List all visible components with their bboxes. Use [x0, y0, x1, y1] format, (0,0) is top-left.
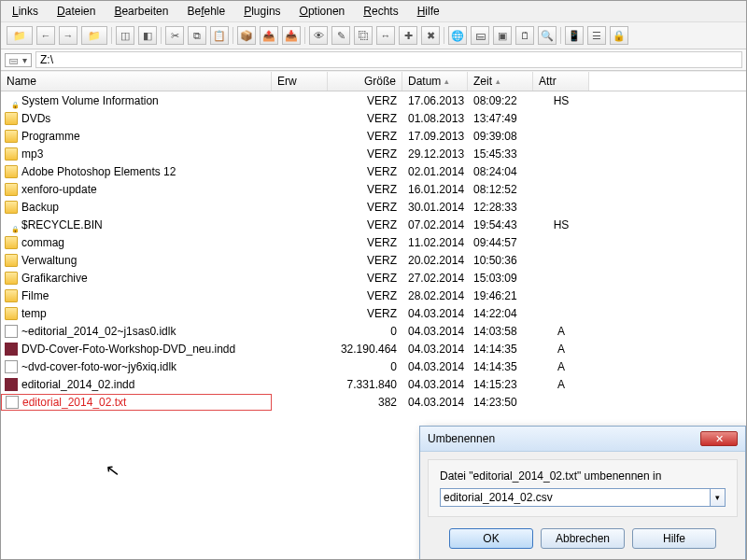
menu-bearbeiten[interactable]: Bearbeiten	[106, 3, 176, 20]
folder-icon	[5, 147, 18, 161]
toolbar-back-icon[interactable]: ←	[36, 26, 55, 45]
ok-button[interactable]: OK	[449, 528, 533, 549]
toolbar-copyfiles-icon[interactable]: ⿻	[354, 26, 373, 45]
folder-icon	[5, 218, 18, 231]
toolbar-search-icon[interactable]: 🔍	[538, 26, 557, 45]
file-ext	[272, 171, 328, 173]
file-name: $RECYCLE.BIN	[21, 218, 103, 231]
file-time: 15:03:09	[468, 271, 533, 286]
toolbar-tree-icon[interactable]: ☰	[587, 26, 606, 45]
file-row[interactable]: ProgrammeVERZ17.09.201309:39:08	[1, 127, 746, 145]
toolbar-phone-icon[interactable]: 📱	[565, 26, 584, 45]
menu-dateien[interactable]: Dateien	[49, 3, 103, 20]
menu-plugins[interactable]: Plugins	[236, 3, 288, 20]
file-row[interactable]: Adobe Photoshop Elements 12VERZ02.01.201…	[1, 162, 746, 180]
toolbar-copy-icon[interactable]: ⧉	[188, 26, 206, 45]
rename-input[interactable]	[440, 488, 711, 507]
file-time: 10:50:36	[468, 253, 533, 268]
toolbar-cmd-icon[interactable]: ▣	[493, 26, 512, 45]
path-label[interactable]: Z:\	[35, 51, 742, 68]
toolbar-ftp-icon[interactable]: 🌐	[448, 26, 467, 45]
file-row[interactable]: ~dvd-cover-foto-wor~jy6xiq.idlk004.03.20…	[1, 357, 746, 375]
file-name: temp	[21, 307, 47, 320]
header-date-label: Datum	[408, 75, 441, 88]
file-date: 29.12.2013	[402, 147, 468, 161]
header-time[interactable]: Zeit▴	[468, 72, 533, 91]
help-button[interactable]: Hilfe	[632, 528, 716, 549]
toolbar-fwd-icon[interactable]: →	[59, 26, 78, 45]
toolbar-zip-icon[interactable]: 📦	[237, 26, 256, 45]
toolbar-paste-icon[interactable]: 📋	[210, 26, 229, 45]
file-row[interactable]: tempVERZ04.03.201414:22:04	[1, 304, 746, 322]
file-row[interactable]: xenforo-updateVERZ16.01.201408:12:52	[1, 180, 746, 198]
dialog-titlebar[interactable]: Umbenennen ✕	[420, 427, 745, 452]
menu-befehle[interactable]: Befehle	[179, 3, 233, 20]
toolbar-edit-icon[interactable]: ✎	[331, 26, 350, 45]
file-row[interactable]: FilmeVERZ28.02.201419:46:21	[1, 287, 746, 304]
menu-hilfe[interactable]: Hilfe	[410, 3, 447, 20]
file-attr	[533, 206, 589, 208]
dialog-body: Datei "editorial_2014_02.txt" umbenennen…	[428, 459, 738, 517]
header-ext[interactable]: Erw	[272, 72, 328, 91]
toolbar-newdir-icon[interactable]: ✚	[399, 26, 417, 45]
header-date[interactable]: Datum▴	[402, 72, 468, 91]
chevron-down-icon[interactable]: ▾	[711, 488, 726, 507]
header-name[interactable]: Name	[1, 72, 272, 91]
toolbar-arch-icon[interactable]: 📥	[282, 26, 301, 45]
file-row[interactable]: BackupVERZ30.01.201412:28:33	[1, 198, 746, 216]
file-attr: A	[533, 359, 589, 374]
file-time: 08:12:52	[468, 182, 533, 197]
menu-links[interactable]: Links	[5, 3, 46, 20]
file-row[interactable]: editorial_2014_02.txt38204.03.201414:23:…	[1, 393, 746, 411]
file-row[interactable]: editorial_2014_02.indd7.331.84004.03.201…	[1, 375, 746, 393]
toolbar-open-dropdown-icon[interactable]: 📁	[7, 26, 33, 45]
file-row[interactable]: mp3VERZ29.12.201315:45:33	[1, 145, 746, 162]
toolbar-view-icon[interactable]: 👁	[309, 26, 328, 45]
cancel-button[interactable]: Abbrechen	[541, 528, 625, 549]
file-row[interactable]: commagVERZ11.02.201409:44:57	[1, 233, 746, 251]
file-attr	[533, 135, 589, 137]
file-attr	[533, 313, 589, 315]
file-date: 17.09.2013	[402, 129, 468, 144]
menu-optionen[interactable]: Optionen	[292, 3, 353, 20]
txt-file-icon	[5, 360, 18, 373]
toolbar-updir-icon[interactable]: 📁	[81, 26, 107, 45]
file-size: VERZ	[328, 164, 402, 179]
file-ext	[272, 330, 328, 332]
toolbar-dotted-b-icon[interactable]: ◧	[138, 26, 157, 45]
file-attr	[533, 189, 589, 190]
toolbar-netdrive-icon[interactable]: 🖴	[471, 26, 489, 45]
toolbar-notepad-icon[interactable]: 🗒	[515, 26, 534, 45]
menubar: LinksDateienBearbeitenBefehlePluginsOpti…	[1, 1, 746, 22]
close-button[interactable]: ✕	[700, 431, 738, 446]
file-row[interactable]: VerwaltungVERZ20.02.201410:50:36	[1, 251, 746, 269]
file-row[interactable]: System Volume InformationVERZ17.06.20130…	[1, 91, 746, 109]
file-row[interactable]: ~editorial_2014_02~j1sas0.idlk004.03.201…	[1, 322, 746, 340]
file-name: Programme	[21, 130, 80, 143]
toolbar-move-icon[interactable]: ↔	[376, 26, 395, 45]
indd-file-icon	[5, 378, 18, 391]
file-size: VERZ	[328, 200, 402, 215]
folder-icon	[5, 254, 18, 267]
file-time: 14:14:35	[468, 359, 533, 374]
header-size[interactable]: Größe	[328, 72, 402, 91]
header-attr[interactable]: Attr	[533, 72, 589, 91]
file-row[interactable]: DVD-Cover-Foto-Workshop-DVD_neu.indd32.1…	[1, 340, 746, 357]
file-size: VERZ	[328, 182, 402, 197]
menu-rechts[interactable]: Rechts	[356, 3, 405, 20]
file-row[interactable]: GrafikarchiveVERZ27.02.201415:03:09	[1, 269, 746, 287]
drive-selector[interactable]: 🖴 ▾	[5, 53, 32, 67]
file-attr	[533, 259, 589, 261]
drive-icon: 🖴	[9, 55, 19, 65]
toolbar-lock-icon[interactable]: 🔒	[610, 26, 628, 45]
file-row[interactable]: DVDsVERZ01.08.201313:47:49	[1, 109, 746, 127]
toolbar: 📁←→📁◫◧✂⧉📋📦📤📥👁✎⿻↔✚✖🌐🖴▣🗒🔍📱☰🔒	[1, 22, 746, 49]
toolbar-cut-icon[interactable]: ✂	[165, 26, 184, 45]
file-name: ~editorial_2014_02~j1sas0.idlk	[21, 325, 176, 338]
toolbar-dotted-a-icon[interactable]: ◫	[116, 26, 134, 45]
drive-bar: 🖴 ▾ Z:\	[1, 49, 746, 71]
file-row[interactable]: $RECYCLE.BINVERZ07.02.201419:54:43HS	[1, 216, 746, 233]
file-attr: A	[533, 324, 589, 339]
toolbar-unzip-icon[interactable]: 📤	[260, 26, 278, 45]
toolbar-delete-icon[interactable]: ✖	[421, 26, 440, 45]
